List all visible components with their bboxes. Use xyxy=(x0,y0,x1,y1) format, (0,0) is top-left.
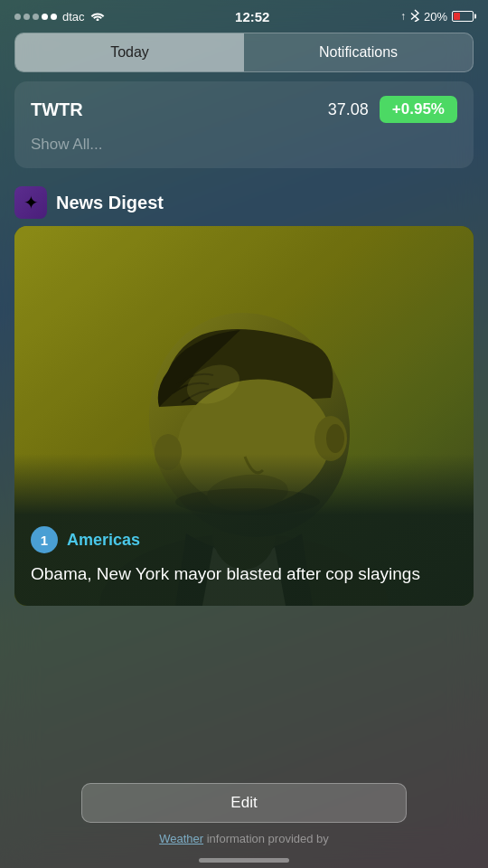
news-digest-title: News Digest xyxy=(56,193,164,213)
category-badge: 1 xyxy=(31,526,58,553)
tab-today[interactable]: Today xyxy=(15,33,244,71)
category-row: 1 Americas xyxy=(31,526,457,553)
dot2 xyxy=(23,14,30,20)
footer-text: Weather information provided by xyxy=(0,832,488,845)
status-left: dtac xyxy=(14,10,105,24)
status-bar: dtac 12:52 ↑ 20% xyxy=(0,0,488,29)
news-card[interactable]: 1 Americas Obama, New York mayor blasted… xyxy=(14,226,474,606)
signal-dots xyxy=(14,14,57,20)
home-bar xyxy=(199,858,289,863)
news-overlay: 1 Americas Obama, New York mayor blasted… xyxy=(14,454,474,606)
news-headline: Obama, New York mayor blasted after cop … xyxy=(31,562,457,586)
news-icon-glyph: ✦ xyxy=(23,192,39,213)
dot5 xyxy=(51,14,57,20)
show-all-link[interactable]: Show All... xyxy=(31,136,457,154)
stock-price: 37.08 xyxy=(328,100,369,119)
tab-bar: Today Notifications xyxy=(14,33,474,72)
bluetooth-icon xyxy=(410,9,419,24)
battery-icon xyxy=(452,11,474,22)
weather-link[interactable]: Weather xyxy=(159,832,203,845)
clock: 12:52 xyxy=(235,9,269,24)
dot4 xyxy=(42,14,48,20)
footer-text-after: information provided by xyxy=(203,832,329,845)
news-digest-header: ✦ News Digest xyxy=(14,186,474,219)
location-icon: ↑ xyxy=(400,10,406,23)
wifi-icon xyxy=(90,10,105,24)
category-label: Americas xyxy=(67,531,140,550)
edit-button[interactable]: Edit xyxy=(81,783,407,823)
stocks-widget: TWTR 37.08 +0.95% Show All... xyxy=(14,81,474,168)
stock-row: TWTR 37.08 +0.95% xyxy=(31,96,457,123)
battery-percentage: 20% xyxy=(424,10,447,24)
tab-notifications[interactable]: Notifications xyxy=(244,33,473,71)
stock-change: +0.95% xyxy=(380,96,457,123)
edit-section: Edit xyxy=(81,783,407,823)
news-digest-icon: ✦ xyxy=(14,186,47,219)
dot3 xyxy=(33,14,39,20)
status-right: ↑ 20% xyxy=(400,9,474,24)
stock-symbol: TWTR xyxy=(31,99,83,120)
home-indicator xyxy=(0,851,488,868)
svg-point-7 xyxy=(326,424,344,453)
carrier-label: dtac xyxy=(62,10,85,24)
dot1 xyxy=(14,14,21,20)
